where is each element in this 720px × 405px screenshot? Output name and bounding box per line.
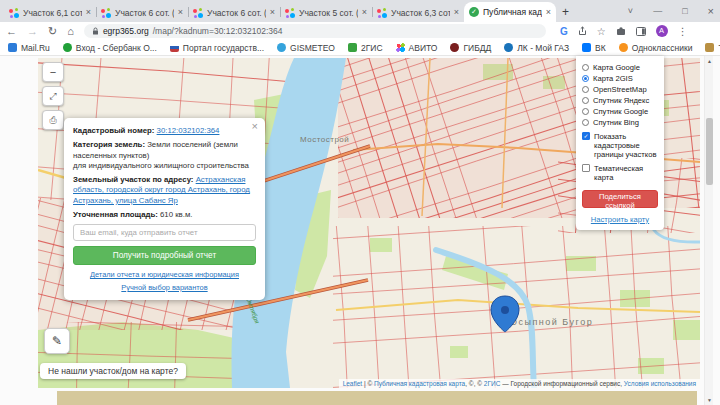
bookmarks-bar: Mail.RuВход - Сбербанк О...Портал госуда… [0, 40, 720, 56]
get-report-button[interactable]: Получить подробный отчет [73, 246, 256, 265]
radio-icon[interactable] [582, 108, 589, 115]
gosuslugi-icon [170, 43, 179, 52]
bookmark-item[interactable]: 2ГИС [348, 43, 383, 53]
bookmark-item[interactable]: Вход - Сбербанк О... [63, 43, 157, 53]
terms-link[interactable]: Условия использования [624, 380, 696, 387]
scroll-up-icon[interactable]: ▲ [705, 58, 714, 64]
cadastral-number-link[interactable]: 30:12:032102:364 [157, 126, 220, 135]
bookmark-item[interactable]: Портал государств... [170, 43, 264, 53]
radio-icon[interactable] [582, 64, 589, 71]
share-link-button[interactable]: Поделиться ссылкой [582, 190, 658, 208]
bookmark-star-icon[interactable]: ☆ [597, 26, 606, 37]
address-bar[interactable]: egrp365.org/map/?kadnum=30:12:032102:364 [84, 24, 546, 38]
attribution-text: | © [362, 380, 374, 387]
parcel-info-panel: × Кадастровый номер: 30:12:032102:364 Ка… [64, 118, 265, 300]
tab-search-chevron-icon[interactable]: ˅ [628, 7, 633, 16]
layer-option-спутник-яндекс[interactable]: Спутник Яндекс [582, 96, 658, 105]
map-layers-panel: Карта GoogleКарта 2GISOpenStreetMapСпутн… [576, 56, 664, 230]
bookmark-item[interactable]: ЛК - Мой ГАЗ [504, 43, 569, 53]
leaflet-link[interactable]: Leaflet [343, 380, 363, 387]
layer-checkbox-label: Тематическая карта [594, 164, 658, 182]
tab-close-icon[interactable]: × [362, 8, 367, 17]
share-icon[interactable] [578, 26, 587, 36]
mailru-icon [8, 43, 17, 52]
bookmark-label: GISMETEO [290, 43, 335, 53]
page-content: Мостострой Кулаковка Осыпной Бугор 20 ле… [0, 56, 720, 405]
browser-tab[interactable]: Участок 6,3 сот. (И× [372, 3, 464, 22]
checkbox-icon[interactable] [582, 164, 590, 172]
avito-icon [396, 43, 405, 52]
tab-close-icon[interactable]: × [546, 8, 551, 17]
layer-option-карта-google[interactable]: Карта Google [582, 63, 658, 72]
layer-option-спутник-bing[interactable]: Спутник Bing [582, 118, 658, 127]
layer-option-label: Спутник Bing [593, 118, 639, 127]
pkk-link[interactable]: Публичная кадастровая карта [374, 380, 465, 387]
layer-option-спутник-google[interactable]: Спутник Google [582, 107, 658, 116]
tab-close-icon[interactable]: × [86, 8, 91, 17]
avito-favicon [9, 8, 19, 18]
home-icon[interactable]: ⌂ [67, 26, 74, 37]
bookmark-label: ГИБДД [463, 43, 491, 53]
radio-icon[interactable] [582, 86, 589, 93]
egrp-check-favicon: ✓ [469, 7, 479, 17]
browser-tab[interactable]: Участок 6 сот. (ИЖ× [188, 3, 280, 22]
close-icon[interactable]: × [252, 121, 258, 132]
bookmark-item[interactable]: Торги [705, 43, 720, 53]
manual-select-link[interactable]: Ручной выбор вариантов [73, 283, 256, 293]
page-scrollbar[interactable]: ▲ ▼ [704, 56, 713, 405]
radio-selected-icon[interactable] [582, 75, 589, 82]
bookmark-item[interactable]: Одноклассники [619, 43, 693, 53]
layer-option-карта-2gis[interactable]: Карта 2GIS [582, 74, 658, 83]
draw-parcel-button[interactable]: ✎ [44, 328, 70, 354]
layer-checkbox-row[interactable]: Тематическая карта [582, 164, 658, 182]
window-minimize-button[interactable]: — [653, 7, 662, 16]
sberbank-icon [63, 43, 72, 52]
tab-close-icon[interactable]: × [270, 8, 275, 17]
browser-tab[interactable]: Участок 5 сот. (И× [280, 3, 372, 22]
email-input[interactable] [73, 224, 256, 241]
report-details-link[interactable]: Детали отчета и юридическая информация [73, 270, 256, 280]
tab-title: Участок 6,3 сот. (И [391, 8, 450, 18]
vk-icon [582, 43, 591, 52]
scrollbar-thumb[interactable] [706, 118, 713, 185]
window-close-button[interactable]: × [708, 6, 714, 17]
cadastral-number-label: Кадастровый номер: [73, 126, 154, 135]
customize-map-link[interactable]: Настроить карту [582, 215, 658, 224]
radio-icon[interactable] [582, 97, 589, 104]
google-icon[interactable]: G [560, 26, 568, 37]
profile-avatar[interactable]: A [656, 25, 668, 37]
tab-close-icon[interactable]: × [454, 8, 459, 17]
scroll-down-icon[interactable]: ▼ [705, 397, 714, 403]
browser-tab[interactable]: Участок 6 сот. (ИЖ× [96, 3, 188, 22]
not-found-hint[interactable]: Не нашли участок/дом на карте? [40, 363, 186, 379]
browser-tab[interactable]: Участок 6,1 сот. (ИЖ× [4, 3, 96, 22]
layer-option-label: Карта Google [593, 63, 640, 72]
bookmark-item[interactable]: GISMETEO [277, 43, 335, 53]
fullscreen-button[interactable]: ⤢ [42, 86, 64, 106]
side-panel-icon[interactable] [636, 27, 646, 36]
back-icon[interactable]: ← [6, 26, 17, 37]
new-tab-button[interactable]: + [562, 5, 569, 19]
browser-menu-icon[interactable]: ⋮ [678, 26, 688, 37]
bookmark-item[interactable]: АВИТО [396, 43, 438, 53]
bookmark-label: Портал государств... [183, 43, 264, 53]
layer-option-openstreetmap[interactable]: OpenStreetMap [582, 85, 658, 94]
reload-icon[interactable]: ↻ [48, 26, 57, 37]
bookmark-item[interactable]: Mail.Ru [8, 43, 50, 53]
zoom-out-button[interactable]: − [42, 62, 64, 82]
tab-close-icon[interactable]: × [178, 8, 183, 17]
forward-icon[interactable]: → [27, 26, 38, 37]
extensions-puzzle-icon[interactable] [616, 26, 626, 36]
print-button[interactable]: ⎙ [42, 110, 64, 130]
bookmark-item[interactable]: ВК [582, 43, 606, 53]
checkbox-checked-icon[interactable]: ✓ [582, 132, 590, 140]
2gis-link[interactable]: 2ГИС [484, 380, 501, 387]
bookmark-item[interactable]: ГИБДД [450, 43, 491, 53]
radio-icon[interactable] [582, 119, 589, 126]
browser-tab[interactable]: ✓Публичная кадаст× [464, 2, 556, 22]
map-label-suburb: Осыпной Бугор [510, 317, 593, 327]
layer-option-label: OpenStreetMap [593, 85, 647, 94]
window-maximize-button[interactable]: □ [682, 7, 687, 16]
layer-checkbox-row[interactable]: ✓Показать кадастровые границы участков [582, 132, 658, 159]
ok-icon [619, 43, 628, 52]
